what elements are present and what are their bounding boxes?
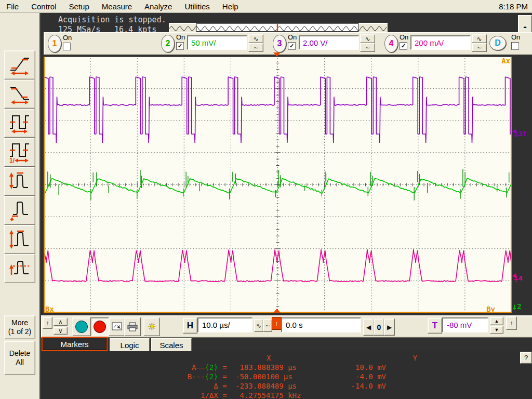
trigger-slope-button[interactable]: ↑: [506, 316, 517, 330]
menu-utilities[interactable]: Utilities: [184, 2, 209, 11]
trigger-position-marker-top[interactable]: [273, 52, 281, 57]
channel-3-reference-marker[interactable]: 3T: [512, 129, 527, 138]
digital-channels-button[interactable]: D: [489, 36, 506, 50]
tab-markers[interactable]: Markers: [42, 337, 108, 351]
timebase-scale-field[interactable]: 10.0 µs/: [197, 317, 252, 332]
vmax-icon: [9, 170, 31, 193]
channel-2-coupling-button[interactable]: ∿: [248, 34, 263, 43]
delete-all-label-2: All: [16, 358, 24, 367]
digital-on-label: On: [511, 33, 520, 41]
channel-2-ac-button[interactable]: ∼: [248, 43, 263, 52]
channel-3-button[interactable]: 3: [273, 35, 286, 52]
spinner-down-button[interactable]: ▼: [490, 326, 503, 334]
marker-b-source: (2): [205, 373, 218, 381]
sine-marker-icon: ∿: [365, 35, 370, 43]
tab-scales[interactable]: Scales: [151, 338, 192, 351]
vpp-icon: [9, 228, 31, 251]
delete-all-button[interactable]: Delete All: [4, 341, 35, 375]
menu-help[interactable]: Help: [222, 2, 238, 11]
print-button[interactable]: [124, 317, 141, 336]
channel-4-button[interactable]: 4: [384, 35, 398, 52]
sine-marker-icon: ∿: [256, 322, 261, 329]
delete-all-label-1: Delete: [9, 349, 30, 358]
delta-x: -233.888489 µs: [231, 381, 339, 391]
horizontal-position-indicator[interactable]: [169, 23, 388, 33]
x-column-header: X: [231, 353, 370, 363]
channel-3-ac-button[interactable]: ∼: [360, 43, 375, 52]
run-button[interactable]: [72, 317, 91, 336]
spinner-down-button[interactable]: ∨: [54, 327, 68, 335]
waveform-display[interactable]: Ax Bx By: [44, 57, 512, 313]
menu-measure[interactable]: Measure: [102, 2, 132, 11]
stop-button[interactable]: [90, 317, 109, 336]
readout-header-row: X Y: [41, 353, 532, 363]
spinner-up-button[interactable]: ∧: [54, 318, 68, 326]
marker-ax-label: Ax: [501, 57, 510, 65]
display-brightness-button[interactable]: ☀: [143, 317, 160, 336]
channel-4-reference-marker[interactable]: 4: [512, 273, 523, 283]
tab-logic[interactable]: Logic: [110, 338, 150, 351]
position-left-button[interactable]: ◀: [363, 318, 374, 336]
channel-3-scale-field[interactable]: 2.00 V/: [299, 35, 359, 50]
question-mark: ?: [524, 354, 528, 362]
vpp-button[interactable]: [4, 225, 35, 254]
channel-2-on-label: On: [176, 33, 185, 41]
trigger-position-marker-bottom[interactable]: [273, 309, 281, 313]
export-image-icon: [112, 322, 122, 331]
position-right-button[interactable]: ▶: [384, 318, 395, 336]
zero-label: 0: [377, 323, 381, 331]
channel-3-on-checkbox[interactable]: ✓: [288, 42, 296, 50]
menu-setup[interactable]: Setup: [69, 2, 89, 11]
screen-capture-button[interactable]: [109, 317, 125, 336]
channel-1-on-checkbox[interactable]: [63, 43, 71, 50]
channel-4-coupling-button[interactable]: ∿: [472, 34, 487, 43]
period-button[interactable]: [4, 109, 35, 138]
channel-4-marker-label: 4: [518, 274, 523, 282]
channel-2-scale-field[interactable]: 50 mV/: [187, 35, 247, 50]
rise-time-button[interactable]: [4, 50, 35, 79]
vmin-button[interactable]: [4, 196, 35, 225]
run-icon: [75, 321, 88, 333]
marker-b-row: B---(2) = -50.000100 µs -4.0 mV: [41, 372, 532, 381]
channel-2-on-checkbox[interactable]: ✓: [176, 42, 184, 50]
position-zero-button[interactable]: 0: [374, 318, 384, 336]
menu-analyze[interactable]: Analyze: [144, 2, 172, 11]
timebase-fine-button[interactable]: ∿: [254, 319, 263, 332]
up-triangle-icon: ▲: [495, 318, 499, 324]
channel-1-button[interactable]: 1: [48, 35, 61, 52]
timebase-coarse-button[interactable]: ∼: [263, 319, 272, 332]
trigger-menu-button[interactable]: T: [428, 318, 442, 334]
undo-button[interactable]: ↑: [43, 317, 52, 329]
acquisition-status: Acquisition is stopped.: [58, 15, 166, 24]
horizontal-menu-button[interactable]: H: [183, 318, 197, 334]
trigger-edge-button[interactable]: ↑: [272, 317, 282, 330]
channel-4-scale-field[interactable]: 200 mA/: [410, 35, 471, 50]
digital-on-checkbox[interactable]: [511, 42, 519, 50]
vavg-button[interactable]: [4, 254, 35, 283]
help-button[interactable]: ?: [520, 352, 532, 364]
marker-a-source: (2): [205, 363, 218, 371]
frequency-button[interactable]: 1/: [4, 138, 35, 167]
marker-a-row: A——(2) = 183.888389 µs 10.0 mV: [41, 363, 532, 372]
vmax-button[interactable]: [4, 167, 35, 196]
channel-4-number: 4: [389, 39, 394, 48]
inverse-delta-row: 1/ΔX = 4.27554175 kHz: [41, 391, 532, 399]
scale-spinner[interactable]: ∧ ∨: [54, 318, 68, 335]
trigger-level-field[interactable]: -80 mV: [442, 317, 488, 332]
channel-4-on-checkbox[interactable]: ✓: [400, 42, 407, 50]
channel-3-coupling-button[interactable]: ∿: [360, 34, 375, 43]
trigger-level-spinner[interactable]: ▲ ▼: [490, 317, 503, 335]
up-arrow-icon: ↑: [275, 320, 278, 327]
vavg-icon: [9, 257, 31, 280]
menu-control[interactable]: Control: [31, 2, 56, 11]
fall-time-button[interactable]: [4, 79, 35, 109]
more-button[interactable]: More (1 of 2): [4, 315, 35, 339]
horizontal-position-field[interactable]: 0.0 s: [281, 317, 361, 332]
oscilloscope-screen: File Control Setup Measure Analyze Utili…: [0, 0, 532, 399]
spinner-up-button[interactable]: ▲: [490, 317, 503, 325]
channel-4-ac-button[interactable]: ∼: [472, 43, 487, 52]
ground-arrow-icon: [512, 273, 518, 283]
channel-2-button[interactable]: 2: [161, 35, 175, 52]
menu-file[interactable]: File: [6, 2, 19, 11]
channel-2-offscreen-marker[interactable]: ↓ 2: [512, 301, 522, 312]
